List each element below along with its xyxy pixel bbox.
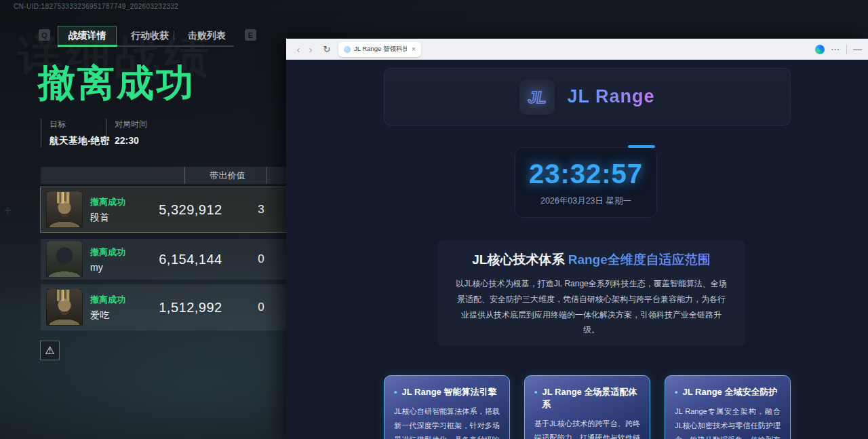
browser-window: ‹ › ↻ JL Range 智领科技新... × ⋯ — — [286, 37, 868, 439]
jl-logo-icon: JL — [519, 79, 555, 115]
extracted-value: 1,512,992 — [140, 300, 241, 316]
clock-date: 2026年03月23日 星期一 — [515, 195, 656, 207]
forward-icon[interactable]: › — [304, 43, 317, 55]
svg-text:JL: JL — [528, 89, 547, 107]
tab-action-gains[interactable]: 行动收获 — [121, 26, 179, 45]
feature-card-body: JL Range专属安全架构，融合JL核心加密技术与零信任防护理念，构建从数据采… — [675, 404, 781, 439]
player-name: 段首 — [90, 212, 125, 224]
meta-label: 对局时间 — [115, 119, 147, 130]
meta-value: 航天基地-绝密 — [50, 135, 110, 147]
result-title: 撤离成功 — [38, 62, 195, 104]
brand-header: JL JL Range — [384, 68, 791, 126]
meta-objective: 目标 航天基地-绝密 — [41, 119, 110, 147]
feature-card-title: • JL Range 全场景适配体系 — [534, 386, 640, 411]
bullet-icon: • — [394, 387, 397, 397]
active-tab-underline — [58, 45, 117, 47]
key-hint-e: E — [245, 29, 256, 41]
meta-value: 22:30 — [115, 135, 147, 146]
feature-card-algorithm: • JL Range 智能算法引擎 JL核心自研智能算法体系，搭载新一代深度学习… — [384, 375, 510, 439]
status-badge: 撤离成功 — [90, 246, 125, 259]
browser-tab-title: JL Range 智领科技新... — [354, 45, 407, 54]
tab-divider — [174, 31, 174, 40]
feature-card-body: JL核心自研智能算法体系，搭载新一代深度学习框架，针对多场景进行模型优化，具备毫… — [394, 404, 500, 439]
status-badge: 撤离成功 — [90, 196, 125, 208]
brand-title: JL Range — [567, 86, 654, 107]
feature-card-title: • JL Range 智能算法引擎 — [394, 386, 500, 398]
section-intro: JL核心技术体系 Range全维度自适应范围 以JL核心技术为根基，打造JL R… — [437, 240, 745, 346]
tab-kill-list[interactable]: 击败列表 — [178, 26, 236, 45]
avatar — [46, 289, 83, 326]
avatar — [46, 241, 83, 278]
avatar — [46, 191, 83, 228]
kill-count: 0 — [241, 252, 281, 266]
clock-time: 23:32:57 — [515, 159, 656, 189]
favicon — [344, 46, 351, 53]
player-name: my — [90, 262, 125, 273]
decor-plus-icon: + — [4, 204, 12, 218]
warning-icon: ⚠ — [45, 344, 54, 357]
player-uid: CN-UID:182753333236951787749_20260323233… — [14, 3, 178, 10]
toolbar-divider — [846, 45, 847, 54]
close-tab-icon[interactable]: × — [412, 45, 416, 53]
section-title: JL核心技术体系 Range全维度自适应范围 — [455, 251, 728, 269]
browser-toolbar: ‹ › ↻ JL Range 智领科技新... × ⋯ — — [286, 39, 868, 60]
status-badge: 撤离成功 — [90, 294, 125, 306]
refresh-icon[interactable]: ↻ — [321, 44, 333, 54]
back-icon[interactable]: ‹ — [292, 43, 304, 55]
menu-dots-icon[interactable]: ⋯ — [831, 44, 840, 54]
extracted-value: 5,329,912 — [140, 202, 241, 218]
edge-browser-icon — [815, 45, 825, 54]
meta-label: 目标 — [50, 119, 110, 130]
web-page: JL JL Range 23:32:57 2026年03月23日 星期一 JL核… — [286, 60, 868, 439]
feature-card-title: • JL Range 全域安全防护 — [675, 386, 781, 398]
player-name: 爱吃 — [90, 309, 125, 322]
bullet-icon: • — [675, 387, 678, 397]
section-title-accent: Range全维度自适应范围 — [564, 252, 710, 267]
feature-card-adaptation: • JL Range 全场景适配体系 基于JL核心技术的跨平台、跨终端适配能力，… — [524, 375, 650, 439]
extracted-value: 6,154,144 — [140, 252, 241, 267]
screen: CN-UID:182753333236951787749_20260323233… — [0, 0, 868, 439]
feature-card-body: 基于JL核心技术的跨平台、跨终端适配能力，打通硬件与软件链路，实现从移动端到工业… — [534, 417, 640, 439]
key-hint-q: Q — [39, 29, 50, 41]
kill-count: 0 — [241, 301, 281, 314]
column-header-value: 带出价值 — [184, 167, 266, 184]
section-body: 以JL核心技术为根基，打造JL Range全系列科技生态，覆盖智能算法、全场景适… — [455, 276, 728, 338]
bullet-icon: • — [534, 387, 538, 397]
warning-button[interactable]: ⚠ — [40, 341, 60, 360]
tab-battle-details[interactable]: 战绩详情 — [58, 26, 117, 45]
feature-card-security: • JL Range 全域安全防护 JL Range专属安全架构，融合JL核心加… — [665, 375, 791, 439]
meta-duration: 对局时间 22:30 — [106, 119, 147, 146]
clock-card: 23:32:57 2026年03月23日 星期一 — [515, 147, 657, 218]
clock-accent-bar — [628, 145, 655, 148]
kill-count: 3 — [241, 203, 281, 216]
section-title-main: JL核心技术体系 — [472, 252, 564, 267]
minimize-icon[interactable]: — — [853, 44, 862, 54]
tab-underline — [117, 45, 234, 47]
browser-tab[interactable]: JL Range 智领科技新... × — [338, 42, 421, 57]
